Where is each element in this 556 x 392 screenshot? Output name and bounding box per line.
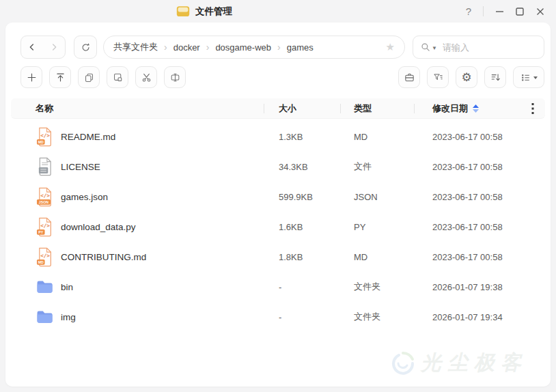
watermark: 光尘极客 [391, 349, 527, 377]
file-name: CONTRIBUTING.md [61, 252, 146, 262]
upload-icon [55, 72, 66, 83]
watermark-logo-icon [391, 351, 415, 376]
code-file-icon: </>MD [36, 126, 53, 147]
table-header: 名称 大小 类型 修改日期 [11, 98, 545, 119]
file-list: </>MD README.md 1.3KB MD 2023-06-17 00:5… [11, 122, 545, 332]
file-type: 文件夹 [340, 281, 414, 293]
kebab-menu-icon [531, 103, 534, 114]
file-type: JSON [340, 192, 414, 202]
search-icon[interactable] [420, 42, 431, 53]
svg-text:</>: </> [40, 222, 50, 228]
file-type: MD [340, 132, 414, 142]
upload-button[interactable] [49, 66, 71, 88]
breadcrumb-item-games[interactable]: games [287, 42, 314, 53]
folder-icon [36, 307, 53, 327]
file-name: bin [61, 282, 73, 292]
search-scope-caret-icon[interactable]: ▼ [432, 45, 437, 51]
search-box: ▼ [413, 36, 544, 59]
filter-button[interactable] [427, 66, 449, 88]
rename-button[interactable] [164, 66, 186, 88]
chevron-right-icon [48, 42, 59, 53]
header-name[interactable]: 名称 [11, 98, 264, 119]
refresh-icon [80, 42, 92, 53]
breadcrumb-separator: › [206, 42, 210, 53]
copy-icon [83, 72, 95, 83]
history-nav-group [20, 36, 66, 59]
file-size: 1.8KB [264, 252, 340, 262]
file-modified: 2023-06-17 00:58 [414, 192, 520, 202]
file-type: 文件 [340, 160, 414, 173]
svg-text:PY: PY [38, 229, 43, 234]
svg-text:JSON: JSON [39, 199, 48, 204]
breadcrumb: 共享文件夹 › docker › dosgame-web › games ★ [103, 36, 405, 59]
file-name: README.md [61, 132, 115, 142]
svg-text:MD: MD [38, 260, 44, 264]
new-button[interactable] [20, 66, 42, 88]
file-name: download_data.py [61, 222, 136, 232]
favorite-star-icon[interactable]: ★ [386, 41, 395, 53]
titlebar: 文件管理 ? [0, 0, 556, 23]
file-modified: 2026-01-07 19:38 [414, 282, 520, 292]
folder-icon [36, 277, 53, 297]
header-size[interactable]: 大小 [264, 98, 340, 119]
close-button[interactable] [530, 0, 551, 23]
search-input[interactable] [443, 42, 537, 53]
paste-button[interactable] [107, 66, 128, 88]
header-modified[interactable]: 修改日期 [414, 98, 520, 119]
table-row[interactable]: bin - 文件夹 2026-01-07 19:38 [11, 272, 545, 302]
scissors-icon [141, 72, 152, 83]
table-row[interactable]: img - 文件夹 2026-01-07 19:34 [11, 302, 545, 332]
filter-icon [432, 72, 444, 83]
svg-text:</>: </> [40, 252, 50, 258]
maximize-button[interactable] [510, 0, 530, 23]
table-row[interactable]: </>MD CONTRIBUTING.md 1.8KB MD 2023-06-1… [11, 242, 545, 272]
file-modified: 2023-06-17 00:58 [414, 132, 520, 142]
table-row[interactable]: </>MD README.md 1.3KB MD 2023-06-17 00:5… [11, 122, 545, 152]
breadcrumb-item-docker[interactable]: docker [173, 42, 200, 53]
help-button[interactable]: ? [460, 0, 477, 23]
page-title: 文件管理 [195, 5, 232, 18]
file-modified: 2026-01-07 19:34 [414, 312, 520, 322]
file-size: 1.6KB [264, 222, 340, 232]
code-file-icon: </>JSON [36, 186, 53, 207]
back-button[interactable] [21, 36, 43, 58]
list-view-icon [520, 72, 531, 83]
text-file-icon [36, 156, 53, 177]
sort-icon [490, 72, 501, 83]
table-row[interactable]: LICENSE 34.3KB 文件 2023-06-17 00:58 [11, 152, 545, 182]
code-file-icon: </>MD [36, 247, 53, 267]
file-size: 34.3KB [264, 162, 340, 172]
svg-text:MD: MD [38, 139, 44, 143]
forward-button[interactable] [43, 36, 65, 58]
titlebar-divider [483, 6, 484, 16]
tasks-button[interactable] [398, 66, 420, 88]
sort-button[interactable] [484, 66, 506, 88]
header-type[interactable]: 类型 [340, 98, 414, 119]
breadcrumb-item-dosgame-web[interactable]: dosgame-web [215, 42, 271, 53]
breadcrumb-separator: › [277, 42, 281, 53]
file-type: 文件夹 [340, 311, 414, 323]
table-row[interactable]: </>JSON games.json 599.9KB JSON 2023-06-… [11, 182, 545, 212]
file-name: img [61, 312, 76, 322]
file-name: LICENSE [61, 162, 100, 172]
gear-icon: ⚙ [461, 72, 471, 83]
breadcrumb-item-root[interactable]: 共享文件夹 [113, 41, 158, 53]
file-type: PY [340, 222, 414, 232]
cut-button[interactable] [135, 66, 157, 88]
view-mode-button[interactable] [513, 66, 544, 88]
file-modified: 2023-06-17 00:58 [414, 162, 520, 172]
table-row[interactable]: </>PY download_data.py 1.6KB PY 2023-06-… [11, 212, 545, 242]
minimize-icon [495, 7, 504, 16]
rename-icon [169, 72, 181, 83]
file-size: 1.3KB [264, 132, 340, 142]
file-size: 599.9KB [264, 192, 340, 202]
column-options-button[interactable] [520, 98, 545, 119]
svg-text:</>: </> [40, 192, 50, 198]
minimize-button[interactable] [489, 0, 510, 23]
sort-arrows-icon [473, 104, 479, 113]
file-type: MD [340, 252, 414, 262]
settings-button[interactable]: ⚙ [456, 66, 477, 88]
app-window: 文件管理 ? [0, 0, 556, 392]
refresh-button[interactable] [74, 36, 97, 59]
copy-button[interactable] [78, 66, 100, 88]
